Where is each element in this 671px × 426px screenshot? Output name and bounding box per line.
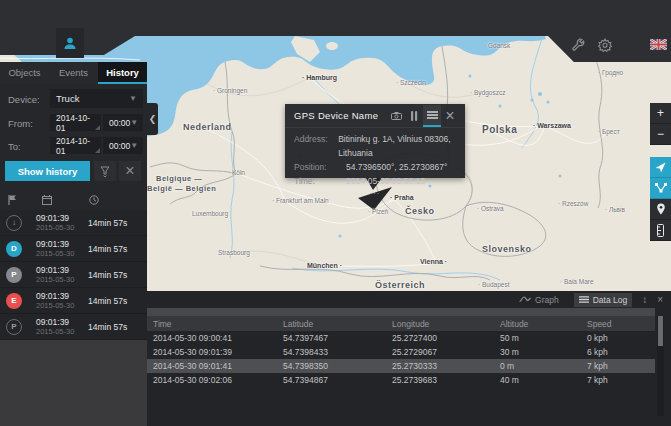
cell-speed: 7 kph bbox=[587, 361, 655, 371]
route-points-button[interactable] bbox=[650, 178, 671, 199]
cell-longitude: 25.2729067 bbox=[392, 347, 500, 357]
zoom-out-button[interactable]: − bbox=[650, 124, 671, 145]
map-label: · Rzeszów bbox=[558, 200, 588, 207]
table-row[interactable]: 2014-05-30 09:01:39 54.7398433 25.272906… bbox=[147, 345, 655, 359]
cell-longitude: 25.2727400 bbox=[392, 333, 500, 343]
camera-icon[interactable] bbox=[387, 105, 405, 127]
event-date: 2015-05-30 bbox=[36, 275, 88, 284]
map-label: Slovensko bbox=[482, 244, 532, 254]
data-log-tab[interactable]: Data Log bbox=[574, 293, 633, 307]
from-time-select[interactable]: 00:00 ▼ bbox=[103, 114, 143, 131]
zoom-in-button[interactable]: + bbox=[650, 103, 671, 124]
route-bars-icon[interactable] bbox=[405, 105, 423, 127]
filter-button[interactable] bbox=[94, 161, 116, 181]
to-time-value: 00:00 bbox=[109, 141, 130, 151]
map-label: Belgique — bbox=[156, 174, 202, 183]
map-label: · Гродно bbox=[598, 69, 623, 76]
scrollbar-thumb[interactable] bbox=[658, 316, 663, 346]
data-list-icon[interactable] bbox=[423, 105, 441, 127]
map-label: · Praha bbox=[390, 194, 414, 201]
top-bar bbox=[0, 0, 671, 36]
device-popup: GPS Device Name × Address: Bitininkų g. … bbox=[285, 104, 465, 178]
cell-altitude: 0 m bbox=[500, 361, 587, 371]
event-date: 2015-05-30 bbox=[36, 223, 88, 232]
clear-button[interactable]: × bbox=[119, 161, 141, 181]
device-popup-title: GPS Device Name bbox=[294, 110, 387, 121]
event-time: 09:01:39 bbox=[36, 291, 88, 301]
map-label: · Groningen bbox=[213, 87, 247, 94]
to-date-input[interactable]: 2014-10-01 bbox=[50, 137, 101, 154]
data-log-table: Time Latitude Longitude Altitude Speed 2… bbox=[147, 316, 655, 387]
horizontal-scrollbar[interactable] bbox=[147, 308, 655, 316]
event-date: 2015-05-30 bbox=[36, 301, 88, 310]
event-row[interactable]: D 09:01:39 2015-05-30 14min 57s bbox=[0, 236, 147, 262]
expand-panel-icon[interactable]: ↕ bbox=[642, 294, 647, 305]
col-longitude: Longitude bbox=[392, 319, 500, 329]
device-select[interactable]: Truck ▼ bbox=[50, 89, 143, 108]
map-label: · Hamburg bbox=[302, 74, 337, 81]
popup-more-toggle[interactable]: ... bbox=[285, 188, 465, 194]
show-history-button[interactable]: Show history bbox=[5, 161, 90, 181]
map-label: · Warszawa bbox=[533, 122, 571, 129]
cell-altitude: 30 m bbox=[500, 347, 587, 357]
event-time: 09:01:39 bbox=[36, 213, 88, 223]
cell-time: 2014-05-30 09:02:06 bbox=[153, 375, 283, 385]
tab-objects[interactable]: Objects bbox=[0, 62, 49, 84]
table-row[interactable]: 2014-05-30 09:00:41 54.7397467 25.272740… bbox=[147, 331, 655, 345]
ruler-button[interactable] bbox=[650, 220, 671, 241]
col-altitude: Altitude bbox=[500, 319, 587, 329]
map-label: · Frankfurt am Main bbox=[272, 197, 329, 204]
language-flag-uk[interactable] bbox=[649, 37, 667, 51]
ruler-icon bbox=[657, 224, 664, 237]
event-park-outline-icon: P bbox=[6, 319, 22, 335]
map-label: België — Belgien bbox=[147, 184, 216, 193]
follow-arrow-button[interactable] bbox=[650, 157, 671, 178]
device-label: Device: bbox=[8, 94, 40, 105]
event-park-icon: P bbox=[6, 267, 22, 283]
col-time: Time bbox=[153, 319, 283, 329]
map-label: Polska bbox=[482, 124, 517, 135]
user-icon[interactable] bbox=[56, 28, 84, 58]
event-row[interactable]: E 09:01:39 2015-05-30 14min 57s bbox=[0, 288, 147, 314]
funnel-icon bbox=[100, 166, 110, 177]
vertical-scrollbar[interactable] bbox=[657, 316, 664, 416]
event-row[interactable]: ↓ 09:01:39 2015-05-30 14min 57s bbox=[0, 210, 147, 236]
address-label: Address: bbox=[294, 132, 338, 160]
col-speed: Speed bbox=[587, 319, 655, 329]
map-label: Luxembourg bbox=[192, 210, 228, 217]
cell-latitude: 54.7397467 bbox=[283, 333, 392, 343]
close-icon[interactable]: × bbox=[441, 105, 459, 127]
to-time-select[interactable]: 00:00 ▼ bbox=[103, 137, 143, 154]
event-duration: 14min 57s bbox=[88, 270, 127, 280]
cell-altitude: 50 m bbox=[500, 333, 587, 343]
map-label: · Plzeň bbox=[368, 208, 388, 215]
event-duration: 14min 57s bbox=[88, 218, 127, 228]
map-zoom-controls: + − bbox=[650, 103, 671, 145]
tab-events[interactable]: Events bbox=[49, 62, 98, 84]
cell-longitude: 25.2739683 bbox=[392, 375, 500, 385]
to-date-value: 2014-10-01 bbox=[56, 136, 95, 156]
close-panel-icon[interactable]: × bbox=[657, 294, 663, 305]
wrench-icon[interactable] bbox=[570, 37, 586, 53]
settings-gear-icon[interactable] bbox=[597, 37, 613, 53]
map-label: · Szczecin bbox=[396, 79, 426, 86]
table-row-selected[interactable]: 2014-05-30 09:01:41 54.7398350 25.273033… bbox=[147, 359, 655, 373]
graph-tab[interactable]: Graph bbox=[514, 293, 564, 307]
from-time-value: 00:00 bbox=[109, 118, 130, 128]
event-row[interactable]: P 09:01:39 2015-05-30 14min 57s bbox=[0, 314, 147, 340]
device-value: Truck bbox=[56, 93, 79, 104]
table-row[interactable]: 2014-05-30 09:02:06 54.7394867 25.273968… bbox=[147, 373, 655, 387]
event-row[interactable]: P 09:01:39 2015-05-30 14min 57s bbox=[0, 262, 147, 288]
from-date-input[interactable]: 2014-10-01 bbox=[50, 114, 101, 131]
sidebar-collapse-toggle[interactable]: ❮ bbox=[147, 103, 158, 135]
cell-latitude: 54.7398350 bbox=[283, 361, 392, 371]
calendar-icon bbox=[42, 195, 52, 205]
event-duration: 14min 57s bbox=[88, 244, 127, 254]
map-label: Vienna · bbox=[420, 258, 447, 265]
tab-history[interactable]: History bbox=[98, 62, 147, 84]
graph-icon bbox=[519, 296, 531, 303]
map-label: München · bbox=[307, 262, 342, 269]
address-value: Bitininkų g. 1A, Vilnius 08306, Lithuani… bbox=[338, 132, 465, 160]
map-pin-button[interactable] bbox=[650, 199, 671, 220]
event-stop-icon: ↓ bbox=[6, 215, 22, 231]
